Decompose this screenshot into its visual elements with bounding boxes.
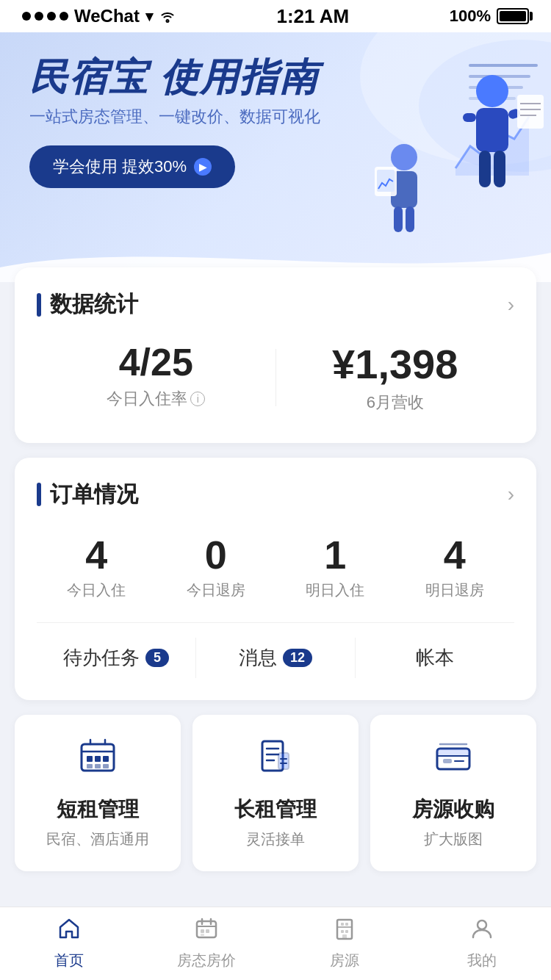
occupancy-label: 今日入住率 i (37, 388, 276, 410)
order-stat-2: 1 明日入住 (276, 532, 395, 600)
banner-button[interactable]: 学会使用 提效30% ▶ (29, 145, 235, 188)
banner-title: 民宿宝 使用指南 (29, 54, 320, 100)
svg-rect-9 (463, 113, 476, 122)
action-messages[interactable]: 消息 12 (196, 638, 356, 678)
action-ledger-label: 帐本 (416, 645, 454, 671)
action-todo[interactable]: 待办任务 5 (37, 638, 196, 678)
svg-rect-12 (494, 151, 505, 187)
order-stat-value-3: 4 (395, 532, 515, 577)
long-rent-desc: 灵活接单 (207, 829, 344, 849)
status-left: WeChat ▾ (22, 6, 176, 26)
order-stat-value-1: 0 (156, 532, 276, 577)
banner-content: 民宿宝 使用指南 一站式房态管理、一键改价、数据可视化 学会使用 提效30% ▶ (29, 54, 320, 188)
svg-rect-28 (95, 756, 101, 762)
status-right: 100% (450, 7, 529, 26)
banner-button-arrow-icon: ▶ (194, 158, 212, 176)
order-stat-label-1: 今日退房 (156, 580, 276, 600)
data-stats-header: 数据统计 › (37, 289, 514, 320)
acquisition-desc: 扩大版图 (385, 829, 522, 849)
revenue-label: 6月营收 (276, 392, 515, 414)
short-rent-desc: 民宿、酒店通用 (29, 829, 166, 849)
service-long-rent[interactable]: 长租管理 灵活接单 (192, 715, 359, 871)
wifi-icon (159, 10, 176, 23)
info-icon: i (190, 392, 205, 406)
order-stat-0: 4 今日入住 (37, 532, 156, 600)
order-stat-label-0: 今日入住 (37, 580, 156, 600)
section-title-bar (37, 293, 41, 317)
order-stat-label-3: 明日退房 (395, 580, 515, 600)
service-acquisition[interactable]: 房源收购 扩大版图 (370, 715, 536, 871)
banner-subtitle: 一站式房态管理、一键改价、数据可视化 (29, 106, 320, 128)
order-status-title: 订单情况 (37, 480, 138, 510)
svg-rect-41 (437, 749, 469, 756)
time-display: 1:21 AM (276, 5, 349, 28)
acquisition-name: 房源收购 (385, 796, 522, 824)
order-stat-label-2: 明日入住 (276, 580, 395, 600)
data-stats-arrow-icon[interactable]: › (508, 293, 514, 317)
banner: 民宿宝 使用指南 一站式房态管理、一键改价、数据可视化 学会使用 提效30% ▶ (0, 32, 551, 282)
svg-rect-13 (517, 95, 544, 129)
svg-rect-43 (443, 759, 452, 763)
svg-rect-22 (406, 206, 414, 232)
svg-rect-32 (103, 764, 109, 768)
svg-rect-8 (476, 108, 508, 152)
svg-point-7 (476, 75, 508, 107)
order-stat-1: 0 今日退房 (156, 532, 276, 600)
action-messages-label: 消息 (239, 645, 277, 671)
order-stat-value-2: 1 (276, 532, 395, 577)
action-ledger[interactable]: 帐本 (356, 638, 514, 678)
short-rent-icon (29, 737, 166, 784)
order-status-card: 订单情况 › 4 今日入住 0 今日退房 1 明日入住 4 明日退房 (15, 458, 536, 700)
wifi-icon: ▾ (145, 7, 153, 25)
svg-point-17 (391, 144, 417, 170)
order-stat-value-0: 4 (37, 532, 156, 577)
svg-rect-27 (87, 756, 93, 762)
banner-illustration (323, 43, 544, 264)
svg-rect-11 (479, 151, 491, 187)
action-messages-badge: 12 (283, 649, 312, 667)
carrier-label: WeChat (74, 6, 140, 26)
long-rent-name: 长租管理 (207, 796, 344, 824)
action-todo-badge: 5 (145, 649, 169, 667)
svg-rect-29 (103, 756, 109, 762)
order-stat-3: 4 明日退房 (395, 532, 515, 600)
battery-icon (497, 8, 529, 24)
svg-rect-31 (95, 764, 101, 768)
service-short-rent[interactable]: 短租管理 民宿、酒店通用 (15, 715, 181, 871)
action-todo-label: 待办任务 (63, 645, 140, 671)
short-rent-name: 短租管理 (29, 796, 166, 824)
stats-row: 4/25 今日入住率 i ¥1,398 6月营收 (37, 342, 514, 414)
occupancy-stat: 4/25 今日入住率 i (37, 342, 276, 414)
revenue-stat: ¥1,398 6月营收 (276, 342, 515, 414)
revenue-value: ¥1,398 (276, 342, 515, 387)
status-bar: WeChat ▾ 1:21 AM 100% (0, 0, 551, 32)
order-stats-row: 4 今日入住 0 今日退房 1 明日入住 4 明日退房 (37, 532, 514, 600)
svg-rect-21 (394, 206, 403, 232)
svg-rect-30 (87, 764, 93, 768)
occupancy-value: 4/25 (37, 342, 276, 383)
section-title-bar-2 (37, 483, 41, 506)
long-rent-icon (207, 737, 344, 784)
data-stats-card: 数据统计 › 4/25 今日入住率 i ¥1,398 6月营收 (15, 267, 536, 443)
action-row: 待办任务 5 消息 12 帐本 (37, 622, 514, 678)
acquisition-icon (385, 737, 522, 784)
order-status-header: 订单情况 › (37, 480, 514, 510)
data-stats-label: 数据统计 (50, 289, 138, 320)
signal-dots (22, 12, 68, 21)
service-grid: 短租管理 民宿、酒店通用 长租管理 灵活接单 (15, 715, 536, 871)
svg-rect-37 (278, 753, 289, 769)
order-status-arrow-icon[interactable]: › (508, 483, 514, 506)
order-status-label: 订单情况 (50, 480, 138, 510)
main-content: 数据统计 › 4/25 今日入住率 i ¥1,398 6月营收 订单情 (0, 267, 551, 974)
banner-button-label: 学会使用 提效30% (53, 156, 187, 178)
data-stats-title: 数据统计 (37, 289, 138, 320)
battery-label: 100% (450, 7, 491, 26)
